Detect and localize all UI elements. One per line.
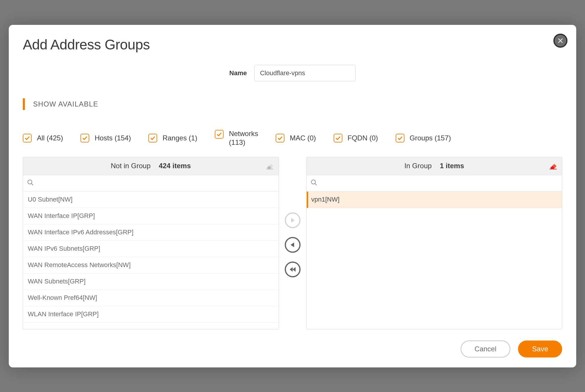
not-in-group-panel: Not in Group 424 items — [23, 157, 279, 329]
search-input-right[interactable] — [320, 175, 558, 191]
svg-line-4 — [31, 183, 33, 185]
eraser-icon — [265, 162, 274, 170]
list-item[interactable]: WAN RemoteAccess Networks[NW] — [23, 257, 279, 274]
clear-left-button[interactable] — [265, 162, 274, 170]
filter-row: All (425) Hosts (154) Ranges (1) Network… — [23, 129, 562, 147]
svg-marker-8 — [293, 267, 296, 272]
list-item[interactable]: WAN Interface IP[GRP] — [23, 208, 279, 224]
move-left-button[interactable] — [285, 237, 301, 253]
panel-count: 424 items — [159, 162, 191, 170]
filter-label: All (425) — [37, 134, 63, 142]
transfer-controls — [285, 157, 301, 277]
section-accent-bar — [23, 98, 25, 110]
filter-label: Groups (157) — [410, 134, 451, 142]
list-item[interactable]: vpn1[NW] — [307, 192, 562, 208]
search-row-left — [23, 175, 279, 192]
double-arrow-left-icon — [289, 266, 296, 273]
checkbox-icon — [23, 134, 32, 142]
list-item[interactable]: WLAN Interface IP[GRP] — [23, 306, 279, 323]
checkbox-icon — [334, 134, 342, 142]
name-row: Name — [23, 65, 562, 81]
modal-footer: Cancel Save — [23, 341, 562, 357]
modal-title: Add Address Groups — [23, 37, 562, 53]
close-icon — [557, 38, 563, 44]
clear-right-button[interactable] — [548, 162, 557, 170]
eraser-icon — [548, 162, 557, 170]
add-address-groups-modal: Add Address Groups Name SHOW AVAILABLE A… — [9, 25, 576, 367]
search-icon — [27, 179, 34, 187]
checkbox-icon — [276, 134, 284, 142]
search-input-left[interactable] — [37, 175, 275, 191]
svg-marker-7 — [290, 267, 293, 272]
list-item[interactable]: U0 Subnet[NW] — [23, 192, 279, 208]
checkbox-icon — [396, 134, 404, 142]
filter-label: MAC (0) — [290, 134, 316, 142]
arrow-left-icon — [289, 242, 296, 248]
filter-label-line2: (113) — [229, 138, 245, 146]
list-item[interactable]: WAN IPv6 Subnets[GRP] — [23, 241, 279, 257]
svg-point-3 — [28, 180, 32, 184]
filter-label: FQDN (0) — [348, 134, 378, 142]
checkbox-icon — [80, 134, 89, 142]
show-available-section: SHOW AVAILABLE — [23, 98, 562, 110]
panel-title: Not in Group — [111, 162, 151, 170]
panel-header: Not in Group 424 items — [23, 157, 279, 175]
filter-label: Networks (113) — [229, 129, 258, 147]
filter-hosts[interactable]: Hosts (154) — [80, 134, 131, 142]
filter-ranges[interactable]: Ranges (1) — [148, 134, 197, 142]
panel-title: In Group — [404, 162, 432, 170]
list-item[interactable]: WAN Interface IPv6 Addresses[GRP] — [23, 224, 279, 241]
filter-networks[interactable]: Networks (113) — [215, 129, 258, 147]
in-group-panel: In Group 1 items — [306, 157, 562, 329]
close-button[interactable] — [553, 34, 567, 48]
checkbox-icon — [215, 130, 224, 139]
filter-label: Ranges (1) — [162, 134, 197, 142]
save-button[interactable]: Save — [518, 341, 562, 357]
filter-mac[interactable]: MAC (0) — [276, 134, 316, 142]
name-label: Name — [229, 69, 247, 77]
svg-marker-5 — [291, 218, 295, 223]
filter-label: Hosts (154) — [95, 134, 131, 142]
svg-marker-6 — [291, 243, 294, 247]
not-in-group-list[interactable]: U0 Subnet[NW] WAN Interface IP[GRP] WAN … — [23, 192, 279, 329]
svg-point-10 — [311, 180, 315, 184]
search-icon — [311, 179, 317, 187]
cancel-button[interactable]: Cancel — [461, 341, 511, 357]
in-group-list[interactable]: vpn1[NW] — [307, 192, 562, 329]
svg-line-11 — [315, 183, 317, 185]
move-all-left-button[interactable] — [285, 262, 301, 277]
arrow-right-icon — [289, 217, 296, 223]
section-label: SHOW AVAILABLE — [33, 100, 98, 108]
dual-list-container: Not in Group 424 items — [23, 157, 562, 329]
filter-fqdn[interactable]: FQDN (0) — [334, 134, 378, 142]
search-row-right — [307, 175, 562, 192]
list-item[interactable]: WAN Subnets[GRP] — [23, 274, 279, 290]
filter-groups[interactable]: Groups (157) — [396, 134, 451, 142]
name-input[interactable] — [254, 65, 356, 81]
move-right-button[interactable] — [285, 212, 301, 228]
panel-header: In Group 1 items — [307, 157, 562, 175]
filter-label-line1: Networks — [229, 130, 258, 137]
checkbox-icon — [148, 134, 157, 142]
panel-count: 1 items — [440, 162, 464, 170]
list-item[interactable]: Well-Known Pref64[NW] — [23, 290, 279, 306]
filter-all[interactable]: All (425) — [23, 134, 63, 142]
